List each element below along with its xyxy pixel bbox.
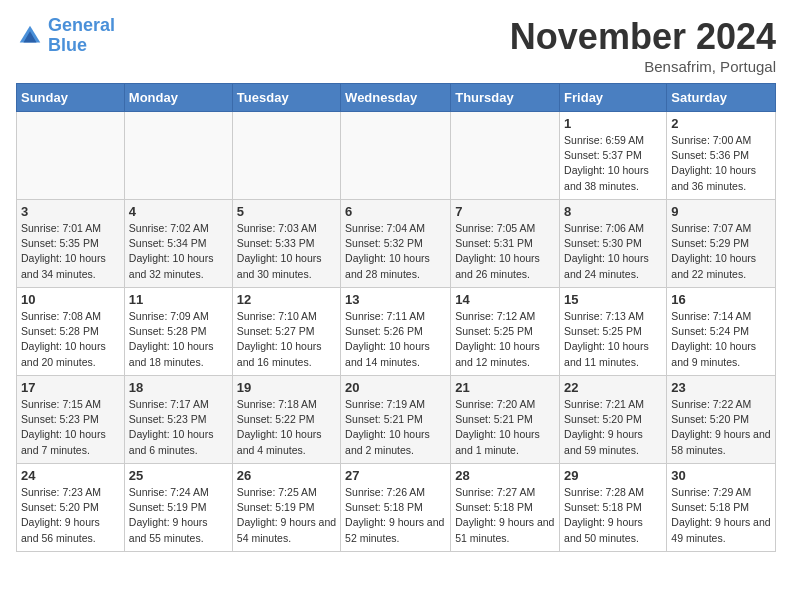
calendar-cell: 18 Sunrise: 7:17 AMSunset: 5:23 PMDaylig…: [124, 376, 232, 464]
calendar-cell: 26 Sunrise: 7:25 AMSunset: 5:19 PMDaylig…: [232, 464, 340, 552]
calendar-cell: 14 Sunrise: 7:12 AMSunset: 5:25 PMDaylig…: [451, 288, 560, 376]
day-number: 15: [564, 292, 662, 307]
header-row: Sunday Monday Tuesday Wednesday Thursday…: [17, 84, 776, 112]
day-info: Sunrise: 7:17 AMSunset: 5:23 PMDaylight:…: [129, 397, 228, 458]
day-info: Sunrise: 7:14 AMSunset: 5:24 PMDaylight:…: [671, 309, 771, 370]
day-number: 13: [345, 292, 446, 307]
day-info: Sunrise: 7:03 AMSunset: 5:33 PMDaylight:…: [237, 221, 336, 282]
day-number: 6: [345, 204, 446, 219]
calendar-cell: 19 Sunrise: 7:18 AMSunset: 5:22 PMDaylig…: [232, 376, 340, 464]
day-number: 2: [671, 116, 771, 131]
day-info: Sunrise: 7:26 AMSunset: 5:18 PMDaylight:…: [345, 485, 446, 546]
day-number: 21: [455, 380, 555, 395]
day-number: 12: [237, 292, 336, 307]
day-number: 28: [455, 468, 555, 483]
day-number: 16: [671, 292, 771, 307]
calendar-cell: 13 Sunrise: 7:11 AMSunset: 5:26 PMDaylig…: [341, 288, 451, 376]
day-number: 5: [237, 204, 336, 219]
calendar-cell: 3 Sunrise: 7:01 AMSunset: 5:35 PMDayligh…: [17, 200, 125, 288]
day-info: Sunrise: 7:08 AMSunset: 5:28 PMDaylight:…: [21, 309, 120, 370]
day-info: Sunrise: 7:04 AMSunset: 5:32 PMDaylight:…: [345, 221, 446, 282]
calendar-cell: 8 Sunrise: 7:06 AMSunset: 5:30 PMDayligh…: [560, 200, 667, 288]
day-info: Sunrise: 7:27 AMSunset: 5:18 PMDaylight:…: [455, 485, 555, 546]
calendar-cell: 28 Sunrise: 7:27 AMSunset: 5:18 PMDaylig…: [451, 464, 560, 552]
day-number: 29: [564, 468, 662, 483]
day-number: 20: [345, 380, 446, 395]
logo-icon: [16, 22, 44, 50]
calendar-cell: [341, 112, 451, 200]
calendar-cell: 9 Sunrise: 7:07 AMSunset: 5:29 PMDayligh…: [667, 200, 776, 288]
calendar-cell: 5 Sunrise: 7:03 AMSunset: 5:33 PMDayligh…: [232, 200, 340, 288]
title-block: November 2024 Bensafrim, Portugal: [510, 16, 776, 75]
day-info: Sunrise: 7:13 AMSunset: 5:25 PMDaylight:…: [564, 309, 662, 370]
calendar-table: Sunday Monday Tuesday Wednesday Thursday…: [16, 83, 776, 552]
page-header: General Blue November 2024 Bensafrim, Po…: [16, 16, 776, 75]
day-info: Sunrise: 7:29 AMSunset: 5:18 PMDaylight:…: [671, 485, 771, 546]
day-info: Sunrise: 7:11 AMSunset: 5:26 PMDaylight:…: [345, 309, 446, 370]
day-info: Sunrise: 7:24 AMSunset: 5:19 PMDaylight:…: [129, 485, 228, 546]
day-number: 25: [129, 468, 228, 483]
day-info: Sunrise: 7:05 AMSunset: 5:31 PMDaylight:…: [455, 221, 555, 282]
day-info: Sunrise: 7:18 AMSunset: 5:22 PMDaylight:…: [237, 397, 336, 458]
calendar-week-4: 24 Sunrise: 7:23 AMSunset: 5:20 PMDaylig…: [17, 464, 776, 552]
day-number: 9: [671, 204, 771, 219]
day-number: 18: [129, 380, 228, 395]
day-info: Sunrise: 7:23 AMSunset: 5:20 PMDaylight:…: [21, 485, 120, 546]
header-saturday: Saturday: [667, 84, 776, 112]
day-info: Sunrise: 6:59 AMSunset: 5:37 PMDaylight:…: [564, 133, 662, 194]
calendar-cell: 17 Sunrise: 7:15 AMSunset: 5:23 PMDaylig…: [17, 376, 125, 464]
day-info: Sunrise: 7:06 AMSunset: 5:30 PMDaylight:…: [564, 221, 662, 282]
day-info: Sunrise: 7:25 AMSunset: 5:19 PMDaylight:…: [237, 485, 336, 546]
calendar-week-3: 17 Sunrise: 7:15 AMSunset: 5:23 PMDaylig…: [17, 376, 776, 464]
location: Bensafrim, Portugal: [510, 58, 776, 75]
day-info: Sunrise: 7:07 AMSunset: 5:29 PMDaylight:…: [671, 221, 771, 282]
calendar-cell: [124, 112, 232, 200]
calendar-cell: 1 Sunrise: 6:59 AMSunset: 5:37 PMDayligh…: [560, 112, 667, 200]
calendar-cell: 30 Sunrise: 7:29 AMSunset: 5:18 PMDaylig…: [667, 464, 776, 552]
day-number: 8: [564, 204, 662, 219]
day-number: 11: [129, 292, 228, 307]
header-monday: Monday: [124, 84, 232, 112]
calendar-cell: 20 Sunrise: 7:19 AMSunset: 5:21 PMDaylig…: [341, 376, 451, 464]
calendar-cell: [232, 112, 340, 200]
calendar-cell: 4 Sunrise: 7:02 AMSunset: 5:34 PMDayligh…: [124, 200, 232, 288]
logo: General Blue: [16, 16, 115, 56]
day-info: Sunrise: 7:28 AMSunset: 5:18 PMDaylight:…: [564, 485, 662, 546]
header-wednesday: Wednesday: [341, 84, 451, 112]
day-number: 7: [455, 204, 555, 219]
calendar-cell: 22 Sunrise: 7:21 AMSunset: 5:20 PMDaylig…: [560, 376, 667, 464]
calendar-cell: 2 Sunrise: 7:00 AMSunset: 5:36 PMDayligh…: [667, 112, 776, 200]
calendar-week-0: 1 Sunrise: 6:59 AMSunset: 5:37 PMDayligh…: [17, 112, 776, 200]
month-title: November 2024: [510, 16, 776, 58]
day-info: Sunrise: 7:19 AMSunset: 5:21 PMDaylight:…: [345, 397, 446, 458]
calendar-header: Sunday Monday Tuesday Wednesday Thursday…: [17, 84, 776, 112]
calendar-cell: 6 Sunrise: 7:04 AMSunset: 5:32 PMDayligh…: [341, 200, 451, 288]
calendar-week-1: 3 Sunrise: 7:01 AMSunset: 5:35 PMDayligh…: [17, 200, 776, 288]
day-info: Sunrise: 7:01 AMSunset: 5:35 PMDaylight:…: [21, 221, 120, 282]
day-number: 26: [237, 468, 336, 483]
day-info: Sunrise: 7:22 AMSunset: 5:20 PMDaylight:…: [671, 397, 771, 458]
logo-text: General Blue: [48, 16, 115, 56]
day-number: 10: [21, 292, 120, 307]
day-number: 27: [345, 468, 446, 483]
header-thursday: Thursday: [451, 84, 560, 112]
calendar-cell: [451, 112, 560, 200]
calendar-cell: 24 Sunrise: 7:23 AMSunset: 5:20 PMDaylig…: [17, 464, 125, 552]
header-sunday: Sunday: [17, 84, 125, 112]
day-info: Sunrise: 7:12 AMSunset: 5:25 PMDaylight:…: [455, 309, 555, 370]
calendar-cell: 29 Sunrise: 7:28 AMSunset: 5:18 PMDaylig…: [560, 464, 667, 552]
day-number: 3: [21, 204, 120, 219]
calendar-cell: 7 Sunrise: 7:05 AMSunset: 5:31 PMDayligh…: [451, 200, 560, 288]
calendar-cell: 10 Sunrise: 7:08 AMSunset: 5:28 PMDaylig…: [17, 288, 125, 376]
day-info: Sunrise: 7:21 AMSunset: 5:20 PMDaylight:…: [564, 397, 662, 458]
calendar-cell: 23 Sunrise: 7:22 AMSunset: 5:20 PMDaylig…: [667, 376, 776, 464]
calendar-cell: 16 Sunrise: 7:14 AMSunset: 5:24 PMDaylig…: [667, 288, 776, 376]
day-number: 30: [671, 468, 771, 483]
day-number: 14: [455, 292, 555, 307]
day-number: 19: [237, 380, 336, 395]
day-info: Sunrise: 7:00 AMSunset: 5:36 PMDaylight:…: [671, 133, 771, 194]
day-info: Sunrise: 7:09 AMSunset: 5:28 PMDaylight:…: [129, 309, 228, 370]
calendar-cell: 15 Sunrise: 7:13 AMSunset: 5:25 PMDaylig…: [560, 288, 667, 376]
day-info: Sunrise: 7:15 AMSunset: 5:23 PMDaylight:…: [21, 397, 120, 458]
day-number: 22: [564, 380, 662, 395]
